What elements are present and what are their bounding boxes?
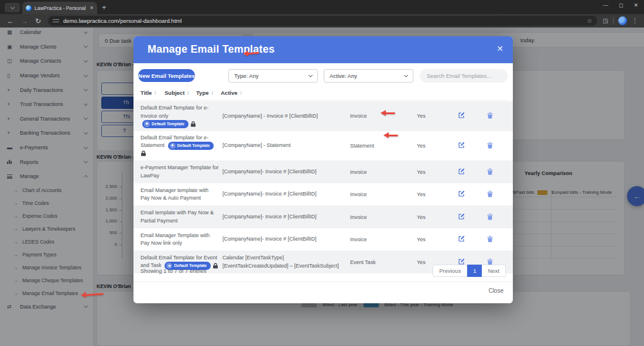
table-row-3: e-Payment Manager Template for LawPay[Co… xyxy=(133,160,513,183)
delete-template-button[interactable] xyxy=(487,235,493,242)
manage-email-templates-modal: Manage Email Templates ✕ New Email Templ… xyxy=(133,36,513,303)
modal-toolbar: New Email Templates Type: Any Active: An… xyxy=(133,69,513,83)
template-type: Invoice xyxy=(350,214,417,220)
delete-template-button[interactable] xyxy=(487,142,493,149)
divider xyxy=(133,282,513,282)
modal-header: Manage Email Templates ✕ xyxy=(133,36,513,63)
page-1-button[interactable]: 1 xyxy=(467,265,482,277)
table-footer: Showing 1 to 7 of 7 entries Previous 1 N… xyxy=(133,261,513,280)
template-active: Yes xyxy=(417,214,455,220)
profile-avatar[interactable] xyxy=(618,16,627,25)
star-icon: ★ xyxy=(144,121,150,127)
delete-template-button[interactable] xyxy=(487,213,493,220)
template-title: Email Manager template with Pay Now & Au… xyxy=(133,184,222,205)
lock-icon xyxy=(190,121,196,126)
default-template-badge: ★Default Template xyxy=(168,142,214,150)
site-settings-icon[interactable] xyxy=(53,18,59,23)
edit-template-button[interactable] xyxy=(458,190,465,197)
red-arrow-annotation-invoice xyxy=(378,110,395,117)
column-header-title[interactable]: Title▲▼ xyxy=(141,90,157,96)
sort-icon: ▲▼ xyxy=(240,91,242,95)
table-row-2: Default Email Template for e-Statement ★… xyxy=(133,131,513,161)
red-arrow-annotation-statement xyxy=(381,132,398,139)
site-favicon xyxy=(26,5,32,11)
window-controls: — ◻ ✕ xyxy=(603,2,638,8)
template-subject: [CompanyName]- Invoice # [ClientBillID] xyxy=(222,213,350,221)
showing-entries-text: Showing 1 to 7 of 7 entries xyxy=(141,268,207,274)
template-title: e-Payment Manager Template for LawPay xyxy=(133,161,222,183)
active-filter-select[interactable]: Active: Any xyxy=(324,69,413,83)
table-row-1: Default Email Template for e-Invoice onl… xyxy=(133,101,513,131)
tab-search-button[interactable] xyxy=(5,3,20,12)
template-subject: [CompanyName]- Invoice # [ClientBillID] xyxy=(222,190,350,198)
new-tab-button[interactable]: + xyxy=(102,3,107,12)
template-title: Default Email Template for e-Invoice onl… xyxy=(133,101,222,131)
type-filter-select[interactable]: Type: Any xyxy=(228,69,318,83)
back-icon[interactable]: ← xyxy=(7,17,14,25)
new-email-templates-button[interactable]: New Email Templates xyxy=(138,69,195,82)
forward-icon[interactable]: → xyxy=(21,17,28,25)
next-page-button[interactable]: Next xyxy=(482,265,506,277)
edit-template-button[interactable] xyxy=(458,235,465,242)
template-active: Yes xyxy=(417,237,455,242)
table-body: Default Email Template for e-Invoice onl… xyxy=(133,101,513,273)
table-row-5: Email template with Pay Now & Partial Pa… xyxy=(133,205,513,228)
template-subject: [CompanyName] - Invoice # [ClientBillID] xyxy=(222,112,350,121)
template-active: Yes xyxy=(417,191,455,197)
edit-template-button[interactable] xyxy=(458,142,465,149)
screenshot-stage: LawPractica - Personal Dashbo ✕ + — ◻ ✕ … xyxy=(0,0,644,346)
window-maximize-icon[interactable]: ◻ xyxy=(619,2,623,8)
column-header-subject[interactable]: Subject▲▼ xyxy=(165,90,190,96)
column-header-type[interactable]: Type▲▼ xyxy=(196,90,214,96)
template-active: Yes xyxy=(417,169,455,175)
delete-template-button[interactable] xyxy=(487,190,493,197)
star-icon: ★ xyxy=(170,143,176,149)
reload-icon[interactable]: ↻ xyxy=(35,17,41,25)
browser-actions: ◳ ⋮ xyxy=(603,16,638,25)
table-row-6: Email Manager Template with Pay Now link… xyxy=(133,228,513,251)
template-title: Email Manager Template with Pay Now link… xyxy=(133,229,222,251)
template-subject: [CompanyName] - Statement xyxy=(222,142,350,150)
browser-toolbar: ← → ↻ demo.lawpractica.com/personal-dash… xyxy=(0,14,644,28)
address-bar[interactable]: demo.lawpractica.com/personal-dashboard.… xyxy=(48,16,597,26)
delete-template-button[interactable] xyxy=(487,168,493,175)
template-active: Yes xyxy=(417,143,455,149)
sort-icon: ▲▼ xyxy=(187,91,189,95)
chevron-down-icon xyxy=(309,73,313,77)
template-active: Yes xyxy=(417,113,455,119)
search-input[interactable] xyxy=(420,69,508,83)
url-text: demo.lawpractica.com/personal-dashboard.… xyxy=(63,18,583,24)
tab-title: LawPractica - Personal Dashbo xyxy=(35,5,87,11)
edit-template-button[interactable] xyxy=(458,168,465,175)
edit-template-button[interactable] xyxy=(458,112,465,119)
browser-menu-icon[interactable]: ⋮ xyxy=(632,17,638,25)
active-filter-value: Active: Any xyxy=(330,73,357,79)
chevron-down-icon xyxy=(10,5,14,9)
browser-tab[interactable]: LawPractica - Personal Dashbo ✕ xyxy=(22,2,97,14)
delete-template-button[interactable] xyxy=(487,112,493,119)
close-modal-button[interactable]: Close xyxy=(488,287,503,294)
lock-icon xyxy=(141,150,146,156)
modal-close-icon[interactable]: ✕ xyxy=(496,44,503,53)
template-type: Statement xyxy=(350,143,417,149)
table-row-4: Email Manager template with Pay Now & Au… xyxy=(133,183,513,206)
divider xyxy=(613,18,614,25)
previous-page-button[interactable]: Previous xyxy=(433,265,467,277)
pagination: Previous 1 Next xyxy=(433,265,506,277)
window-minimize-icon[interactable]: — xyxy=(603,2,608,8)
column-header-active[interactable]: Active▲▼ xyxy=(221,90,242,96)
tab-close-icon[interactable]: ✕ xyxy=(90,5,94,11)
chevron-down-icon xyxy=(404,73,408,77)
template-type: Invoice xyxy=(350,169,417,175)
edit-template-button[interactable] xyxy=(458,213,465,220)
template-type: Invoice xyxy=(350,191,417,197)
template-subject: [CompanyName]- Invoice # [ClientBillID] xyxy=(222,235,350,244)
extensions-icon[interactable]: ◳ xyxy=(603,18,608,24)
table-header: Title▲▼Subject▲▼Type▲▼Active▲▼ xyxy=(133,88,508,101)
default-template-badge: ★Default Template xyxy=(142,120,189,128)
bookmark-star-icon[interactable]: ☆ xyxy=(587,18,592,24)
template-subject: [CompanyName]- Invoice # [ClientBillID] xyxy=(222,168,350,176)
template-title: Default Email Template for e-Statement ★… xyxy=(133,131,222,161)
template-type: Invoice xyxy=(350,237,417,242)
window-close-icon[interactable]: ✕ xyxy=(633,2,638,8)
